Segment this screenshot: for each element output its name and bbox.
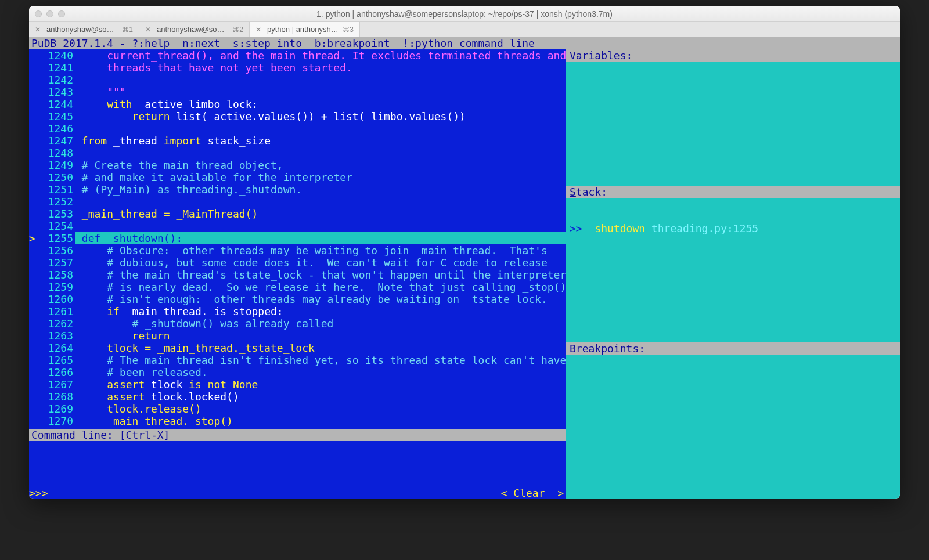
source-line[interactable]: 1264 tlock = _main_thread._tstate_lock [29, 342, 566, 354]
source-line[interactable]: 1242 [29, 74, 566, 86]
source-line[interactable]: 1247 from _thread import stack_size [29, 135, 566, 147]
source-line[interactable]: 1257 # dubious, but some code does it. W… [29, 256, 566, 269]
breakpoints-panel[interactable]: Breakpoints: [566, 342, 900, 499]
source-line[interactable]: 1266 # been released. [29, 366, 566, 378]
source-line[interactable]: 1251 # (Py_Main) as threading._shutdown. [29, 183, 566, 196]
source-text: # been released. [75, 366, 566, 378]
source-line[interactable]: 1258 # the main thread's tstate_lock - t… [29, 269, 566, 281]
stack-panel[interactable]: Stack: >> _shutdown threading.py:1255 [566, 186, 900, 342]
current-line-marker [29, 159, 37, 171]
source-text: # isn't enough: other threads may alread… [75, 293, 566, 305]
source-line[interactable]: 1250 # and make it available for the int… [29, 171, 566, 183]
source-line[interactable]: 1245 return list(_active.values()) + lis… [29, 110, 566, 122]
current-line-marker [29, 74, 37, 86]
breakpoints-hotkey: B [570, 342, 576, 355]
current-line-marker [29, 62, 37, 74]
source-line[interactable]: 1267 assert tlock is not None [29, 378, 566, 391]
variables-header: Variables: [566, 49, 900, 62]
main-row: 1240 current_thread(), and the main thre… [29, 49, 900, 499]
line-number: 1255 [37, 232, 75, 244]
source-line[interactable]: 1259 # is nearly dead. So we release it … [29, 281, 566, 293]
source-text: # dubious, but some code does it. We can… [75, 256, 566, 269]
close-tab-icon[interactable]: ✕ [255, 26, 261, 34]
current-line-marker [29, 354, 37, 366]
line-number: 1249 [37, 159, 75, 171]
source-line[interactable]: 1249 # Create the main thread object, [29, 159, 566, 171]
line-number: 1257 [37, 256, 75, 269]
line-number: 1242 [37, 74, 75, 86]
source-text: _main_thread._stop() [75, 415, 566, 427]
source-line[interactable]: 1270 _main_thread._stop() [29, 415, 566, 427]
source-line[interactable]: 1253 _main_thread = _MainThread() [29, 208, 566, 220]
source-line[interactable]: 1261 if _main_thread._is_stopped: [29, 305, 566, 317]
close-tab-icon[interactable]: ✕ [35, 26, 41, 34]
source-text [75, 147, 566, 159]
line-number: 1270 [37, 415, 75, 427]
terminal-window: 1. python | anthonyshaw@somepersonslapto… [29, 6, 900, 499]
current-line-marker [29, 342, 37, 354]
tab-1[interactable]: ✕anthonyshaw@some…⌘1 [29, 22, 139, 37]
breakpoints-body [566, 355, 900, 499]
source-line[interactable]: 1254 [29, 220, 566, 232]
close-tab-icon[interactable]: ✕ [145, 26, 151, 34]
tabbar: ✕anthonyshaw@some…⌘1✕anthonyshaw@some…⌘2… [29, 22, 900, 37]
source-line[interactable]: 1263 return [29, 330, 566, 342]
source-line[interactable]: 1244 with _active_limbo_lock: [29, 98, 566, 110]
line-number: 1269 [37, 403, 75, 415]
source-text: def _shutdown(): [75, 232, 566, 244]
source-line[interactable]: 1248 [29, 147, 566, 159]
source-line[interactable]: 1241 threads that have not yet been star… [29, 62, 566, 74]
variables-panel[interactable]: Variables: [566, 49, 900, 186]
breakpoints-label-rest: reakpoints: [576, 342, 645, 355]
current-line-marker [29, 196, 37, 208]
repl-area[interactable]: >>> < Clear > [29, 441, 566, 499]
source-text: """ [75, 86, 566, 98]
source-line[interactable]: 1265 # The main thread isn't finished ye… [29, 354, 566, 366]
minimize-window-icon[interactable] [46, 10, 53, 17]
source-line[interactable]: 1268 assert tlock.locked() [29, 391, 566, 403]
current-line-marker [29, 110, 37, 122]
current-line-marker [29, 317, 37, 330]
source-line[interactable]: 1269 tlock.release() [29, 403, 566, 415]
window-controls [35, 10, 65, 17]
line-number: 1259 [37, 281, 75, 293]
stack-file: threading.py:1255 [651, 222, 758, 234]
source-line[interactable]: 1256 # Obscure: other threads may be wai… [29, 244, 566, 256]
line-number: 1260 [37, 293, 75, 305]
current-line-marker [29, 305, 37, 317]
source-text: # Obscure: other threads may be waiting … [75, 244, 566, 256]
current-line-marker [29, 147, 37, 159]
code-panel: 1240 current_thread(), and the main thre… [29, 49, 566, 499]
source-text: if _main_thread._is_stopped: [75, 305, 566, 317]
current-line-marker [29, 281, 37, 293]
source-line[interactable]: 1252 [29, 196, 566, 208]
current-line-marker [29, 269, 37, 281]
maximize-window-icon[interactable] [58, 10, 65, 17]
tab-2[interactable]: ✕anthonyshaw@some…⌘2 [139, 22, 250, 37]
source-line[interactable]: 1240 current_thread(), and the main thre… [29, 49, 566, 62]
stack-body: >> _shutdown threading.py:1255 [566, 198, 900, 342]
line-number: 1252 [37, 196, 75, 208]
source-view[interactable]: 1240 current_thread(), and the main thre… [29, 49, 566, 429]
line-number: 1251 [37, 183, 75, 196]
source-line[interactable]: 1260 # isn't enough: other threads may a… [29, 293, 566, 305]
tab-3[interactable]: ✕python | anthonysha…⌘3 [250, 22, 360, 37]
source-text: threads that have not yet been started. [75, 62, 566, 74]
current-line-marker [29, 208, 37, 220]
stack-frame[interactable]: >> _shutdown threading.py:1255 [570, 222, 896, 234]
source-line[interactable]: 1246 [29, 122, 566, 135]
line-number: 1265 [37, 354, 75, 366]
close-window-icon[interactable] [35, 10, 42, 17]
source-text: return [75, 330, 566, 342]
source-line[interactable]: 1243 """ [29, 86, 566, 98]
stack-func: _shutdown [589, 222, 646, 234]
line-number: 1262 [37, 317, 75, 330]
current-line-marker [29, 391, 37, 403]
line-number: 1253 [37, 208, 75, 220]
stack-label-rest: tack: [576, 186, 607, 198]
repl-clear-button[interactable]: < Clear > [501, 487, 564, 499]
repl-prompt: >>> [29, 487, 48, 499]
source-line[interactable]: 1262 # _shutdown() was already called [29, 317, 566, 330]
source-line[interactable]: >1255 def _shutdown(): [29, 232, 566, 244]
tab-label: anthonyshaw@some… [46, 25, 118, 34]
